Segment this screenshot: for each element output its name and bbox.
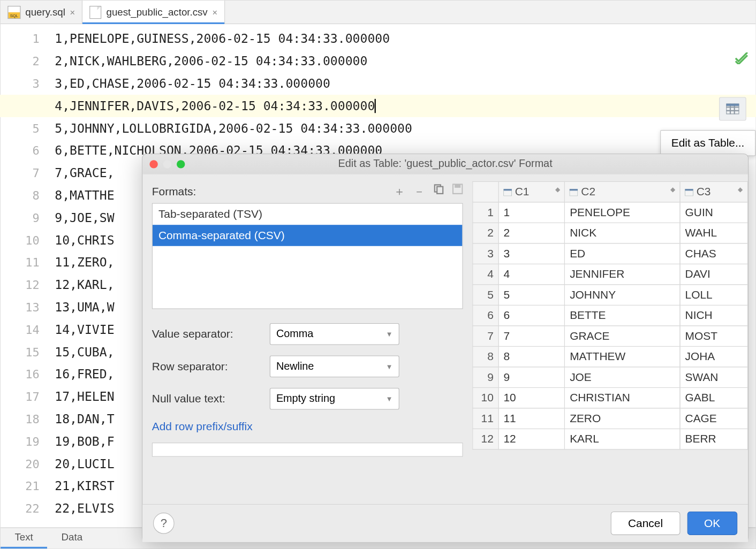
- table-icon: [726, 104, 739, 115]
- inspections-ok-icon[interactable]: [735, 52, 749, 67]
- cell[interactable]: DAVI: [680, 264, 747, 285]
- cell[interactable]: NICH: [680, 305, 747, 326]
- row-number-cell: 3: [473, 243, 498, 264]
- column-header[interactable]: C3◆: [680, 181, 747, 202]
- save-format-icon[interactable]: [452, 184, 463, 200]
- table-row[interactable]: 22NICKWAHL: [473, 223, 748, 243]
- tab-guest-public-actor-csv[interactable]: guest_public_actor.csv ×: [83, 1, 225, 24]
- bottom-tab-data[interactable]: Data: [47, 528, 96, 549]
- cell[interactable]: 9: [498, 367, 565, 388]
- cell[interactable]: BERR: [680, 429, 747, 449]
- cell[interactable]: ED: [565, 243, 680, 264]
- row-number-cell: 9: [473, 367, 498, 388]
- cell[interactable]: WAHL: [680, 223, 747, 243]
- cell[interactable]: KARL: [565, 429, 680, 449]
- cell[interactable]: 3: [498, 243, 565, 264]
- table-row[interactable]: 88MATTHEWJOHA: [473, 346, 748, 367]
- editor-tab-bar: query.sql × guest_public_actor.csv ×: [1, 1, 755, 24]
- cell[interactable]: BETTE: [565, 305, 680, 326]
- cell[interactable]: NICK: [565, 223, 680, 243]
- tab-query-sql[interactable]: query.sql ×: [1, 1, 82, 24]
- cell[interactable]: GUIN: [680, 202, 747, 223]
- cell[interactable]: 1: [498, 202, 565, 223]
- cell[interactable]: 2: [498, 223, 565, 243]
- cell[interactable]: CHRISTIAN: [565, 387, 680, 408]
- row-number-cell: 10: [473, 387, 498, 408]
- table-row[interactable]: 1111ZEROCAGE: [473, 408, 748, 429]
- cancel-button[interactable]: Cancel: [611, 511, 680, 535]
- chevron-down-icon: ▼: [386, 330, 393, 338]
- preview-table[interactable]: C1◆ C2◆ C3◆ 11PENELOPEGUIN22NICKWAHL33ED…: [472, 181, 748, 450]
- row-number-cell: 4: [473, 264, 498, 285]
- add-row-prefix-suffix-link[interactable]: Add row prefix/suffix: [152, 420, 463, 433]
- cell[interactable]: JOE: [565, 367, 680, 388]
- cell[interactable]: 5: [498, 285, 565, 306]
- editor-line[interactable]: 3,ED,CHASE,2006-02-15 04:34:33.000000: [54, 72, 755, 95]
- close-icon[interactable]: ×: [213, 7, 218, 17]
- cell[interactable]: CAGE: [680, 408, 747, 429]
- null-value-select[interactable]: Empty string▼: [270, 388, 399, 410]
- cell[interactable]: GABL: [680, 387, 747, 408]
- row-separator-select[interactable]: Newline▼: [270, 355, 399, 377]
- svg-rect-15: [685, 189, 693, 190]
- svg-rect-11: [504, 189, 512, 190]
- cell[interactable]: CHAS: [680, 243, 747, 264]
- editor-line[interactable]: 2,NICK,WAHLBERG,2006-02-15 04:34:33.0000…: [54, 50, 755, 73]
- table-row[interactable]: 1212KARLBERR: [473, 429, 748, 449]
- sql-file-icon: [7, 5, 20, 18]
- cell[interactable]: 6: [498, 305, 565, 326]
- cell[interactable]: 12: [498, 429, 565, 449]
- row-number-cell: 1: [473, 202, 498, 223]
- editor-line[interactable]: 1,PENELOPE,GUINESS,2006-02-15 04:34:33.0…: [54, 28, 755, 50]
- cell[interactable]: MOST: [680, 326, 747, 347]
- formats-list[interactable]: Tab-separated (TSV)Comma-separated (CSV): [152, 203, 463, 309]
- cell[interactable]: SWAN: [680, 367, 747, 388]
- cell[interactable]: MATTHEW: [565, 346, 680, 367]
- null-value-label: Null value text:: [152, 392, 270, 405]
- cell[interactable]: 10: [498, 387, 565, 408]
- close-icon[interactable]: ×: [70, 7, 75, 17]
- table-row[interactable]: 1010CHRISTIANGABL: [473, 387, 748, 408]
- svg-rect-5: [726, 104, 739, 106]
- format-item[interactable]: Tab-separated (TSV): [153, 204, 463, 225]
- cell[interactable]: 8: [498, 346, 565, 367]
- row-number-cell: 8: [473, 346, 498, 367]
- table-row[interactable]: 11PENELOPEGUIN: [473, 202, 748, 223]
- cell[interactable]: ZERO: [565, 408, 680, 429]
- quotation-options-box[interactable]: [152, 443, 463, 456]
- table-row[interactable]: 99JOESWAN: [473, 367, 748, 388]
- cell[interactable]: PENELOPE: [565, 202, 680, 223]
- editor-line[interactable]: 5,JOHNNY,LOLLOBRIGIDA,2006-02-15 04:34:3…: [54, 117, 755, 140]
- formats-label: Formats:: [152, 185, 196, 198]
- remove-format-icon[interactable]: －: [413, 184, 425, 200]
- dialog-titlebar[interactable]: Edit as Table: 'guest_public_actor.csv' …: [142, 154, 748, 174]
- table-row[interactable]: 66BETTENICH: [473, 305, 748, 326]
- cell[interactable]: 7: [498, 326, 565, 347]
- table-row[interactable]: 44JENNIFERDAVI: [473, 264, 748, 285]
- column-header[interactable]: C1◆: [498, 181, 565, 202]
- edit-as-table-button[interactable]: [719, 97, 746, 121]
- table-row[interactable]: 33EDCHAS: [473, 243, 748, 264]
- row-number-cell: 12: [473, 429, 498, 449]
- table-row[interactable]: 77GRACEMOST: [473, 326, 748, 347]
- ok-button[interactable]: OK: [687, 511, 737, 535]
- cell[interactable]: JENNIFER: [565, 264, 680, 285]
- column-header[interactable]: C2◆: [565, 181, 680, 202]
- add-format-icon[interactable]: ＋: [394, 184, 405, 200]
- bottom-tab-text[interactable]: Text: [1, 528, 47, 549]
- editor-line[interactable]: 4,JENNIFER,DAVIS,2006-02-15 04:34:33.000…: [0, 95, 756, 117]
- edit-as-table-tooltip[interactable]: Edit as Table...: [660, 130, 756, 156]
- cell[interactable]: LOLL: [680, 285, 747, 306]
- value-separator-select[interactable]: Comma▼: [270, 323, 399, 345]
- row-number-header: [473, 181, 498, 202]
- table-row[interactable]: 55JOHNNYLOLL: [473, 285, 748, 306]
- cell[interactable]: JOHA: [680, 346, 747, 367]
- cell[interactable]: JOHNNY: [565, 285, 680, 306]
- cell[interactable]: GRACE: [565, 326, 680, 347]
- cell[interactable]: 4: [498, 264, 565, 285]
- row-separator-label: Row separator:: [152, 360, 270, 373]
- cell[interactable]: 11: [498, 408, 565, 429]
- help-button[interactable]: ?: [153, 513, 175, 534]
- copy-format-icon[interactable]: [434, 184, 444, 200]
- format-item[interactable]: Comma-separated (CSV): [153, 225, 463, 246]
